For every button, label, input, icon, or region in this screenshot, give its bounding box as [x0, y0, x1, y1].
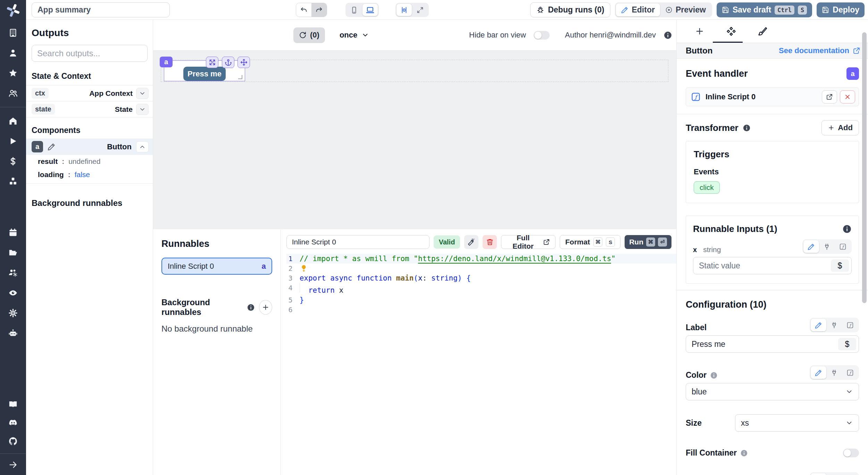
inline-script-card[interactable]: Inline Script 0 — [686, 88, 859, 106]
component-row-a[interactable]: a Button — [26, 139, 153, 155]
static-mode-button[interactable] — [811, 319, 826, 331]
favorites-star-icon[interactable] — [8, 68, 18, 78]
fill-container-toggle[interactable] — [843, 449, 859, 457]
eval-mode-button[interactable] — [835, 240, 851, 253]
resources-boxes-icon[interactable] — [8, 177, 18, 186]
tab-preview[interactable]: Preview — [660, 3, 711, 16]
windmill-logo[interactable] — [6, 3, 20, 18]
editor-preview-toggle: Editor Preview — [615, 2, 712, 17]
debug-runs-button[interactable]: Debug runs (0) — [530, 2, 610, 17]
static-mode-button[interactable] — [811, 473, 826, 475]
static-mode-button[interactable] — [803, 240, 819, 253]
lightbulb-icon[interactable] — [300, 264, 308, 273]
connect-mode-button[interactable] — [826, 366, 842, 379]
move-component-button[interactable] — [237, 57, 250, 68]
collapse-component-button[interactable] — [136, 141, 149, 152]
anchor-component-button[interactable] — [222, 57, 234, 68]
connect-mode-button[interactable] — [826, 319, 842, 331]
tab-insert-plus-icon[interactable] — [695, 26, 704, 36]
tab-styling-brush-icon[interactable] — [758, 26, 768, 36]
hide-bar-toggle[interactable] — [534, 31, 550, 40]
selected-grid-cell[interactable]: a Press me — [161, 60, 668, 82]
info-icon[interactable] — [663, 31, 672, 40]
settings-gear-icon[interactable] — [8, 308, 18, 318]
deploy-button[interactable]: Deploy — [817, 2, 865, 17]
save-draft-button[interactable]: Save draft Ctrl S — [717, 2, 812, 17]
home-icon[interactable] — [8, 116, 18, 126]
add-background-runnable-button[interactable] — [259, 300, 272, 315]
center-content-button[interactable] — [397, 4, 412, 16]
shared-users-icon[interactable] — [8, 89, 18, 98]
docs-book-icon[interactable] — [8, 400, 18, 409]
mobile-view-button[interactable] — [347, 4, 362, 16]
connect-mode-button[interactable] — [826, 473, 842, 475]
close-x-icon — [844, 93, 851, 100]
static-mode-button[interactable] — [811, 366, 826, 379]
ai-wand-button[interactable] — [464, 235, 478, 249]
see-documentation-link[interactable]: See documentation — [779, 46, 860, 55]
github-icon[interactable] — [8, 436, 18, 446]
color-select[interactable]: blue — [686, 383, 859, 400]
remove-script-button[interactable] — [840, 90, 855, 103]
refresh-button[interactable]: (0) — [293, 27, 325, 43]
collapse-arrow-icon[interactable] — [8, 460, 18, 469]
format-button[interactable]: Format ⌘ S — [560, 235, 620, 249]
audit-eye-icon[interactable] — [8, 288, 18, 298]
full-editor-button[interactable]: Full Editor — [501, 235, 556, 249]
full-width-button[interactable] — [412, 4, 428, 16]
expand-arrows-icon — [209, 59, 216, 66]
anchor-icon — [225, 59, 232, 66]
template-dollar-button[interactable]: $ — [838, 338, 856, 350]
label-value-input[interactable] — [692, 340, 838, 349]
scrollbar-thumb[interactable] — [862, 32, 867, 303]
code-area[interactable]: 1 // import * as wmill from "https://den… — [286, 254, 676, 315]
eval-mode-button[interactable] — [842, 473, 858, 475]
press-me-button[interactable]: Press me — [183, 67, 226, 81]
app-canvas[interactable]: a Press me — [153, 51, 676, 229]
script-name-input[interactable] — [286, 235, 429, 249]
result-prop-row[interactable]: result:undefined — [26, 155, 153, 168]
run-button[interactable]: Run ⌘ ⏎ — [625, 235, 671, 249]
undo-button[interactable] — [296, 3, 311, 17]
info-icon[interactable] — [842, 224, 852, 234]
folders-icon[interactable] — [8, 248, 18, 257]
redo-button[interactable] — [311, 3, 327, 17]
size-select[interactable]: xs — [735, 414, 859, 432]
user-icon[interactable] — [8, 48, 18, 58]
variables-dollar-icon[interactable] — [8, 157, 18, 166]
runnable-item-inline-script-0[interactable]: Inline Script 0 a — [161, 258, 272, 275]
tab-editor[interactable]: Editor — [616, 3, 660, 16]
static-value-input[interactable] — [699, 261, 831, 270]
loading-prop-row[interactable]: loading:false — [26, 168, 153, 181]
schedules-calendar-icon[interactable] — [8, 228, 18, 237]
eval-mode-button[interactable] — [842, 366, 858, 379]
open-script-button[interactable] — [822, 90, 837, 103]
discord-icon[interactable] — [8, 418, 18, 427]
eval-mode-button[interactable] — [842, 319, 858, 331]
runs-play-icon[interactable] — [8, 136, 18, 146]
connect-mode-button[interactable] — [819, 240, 835, 253]
info-icon[interactable] — [743, 124, 751, 132]
refresh-mode-dropdown[interactable]: once — [340, 31, 369, 40]
desktop-view-button[interactable] — [362, 4, 378, 16]
state-row[interactable]: state State — [26, 101, 153, 117]
workspace-icon[interactable] — [8, 28, 18, 38]
add-transformer-button[interactable]: Add — [821, 120, 859, 135]
rename-pencil-icon[interactable] — [48, 143, 56, 151]
info-icon[interactable] — [740, 449, 748, 457]
info-icon[interactable] — [247, 303, 255, 311]
groups-settings-icon[interactable] — [8, 268, 18, 277]
tab-component-settings-icon[interactable] — [726, 26, 736, 36]
expand-component-button[interactable] — [206, 57, 218, 68]
ctx-row[interactable]: ctx App Context — [26, 85, 153, 101]
ctx-expand-button[interactable] — [136, 88, 149, 99]
search-outputs-input[interactable] — [32, 45, 148, 62]
app-summary-input[interactable] — [32, 2, 170, 17]
runnable-inputs-section: Runnable Inputs (1) x string $ — [686, 216, 859, 284]
workers-bot-icon[interactable] — [8, 328, 18, 338]
template-dollar-button[interactable]: $ — [831, 259, 849, 272]
delete-script-button[interactable] — [483, 235, 497, 249]
state-expand-button[interactable] — [136, 104, 149, 115]
info-icon[interactable] — [710, 372, 718, 379]
resize-handle[interactable] — [238, 75, 242, 79]
